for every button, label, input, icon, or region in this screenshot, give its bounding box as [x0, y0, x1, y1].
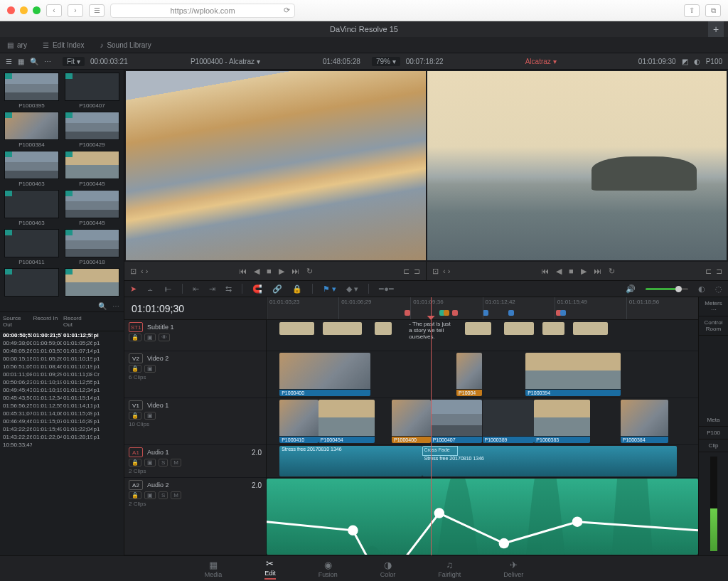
- snap-icon[interactable]: 🧲: [252, 284, 262, 294]
- video-clip[interactable]: P1000384: [621, 400, 668, 443]
- replace-icon[interactable]: ⇆: [225, 284, 232, 294]
- in-out-icon[interactable]: ‹ ›: [141, 267, 148, 275]
- bypass-icon[interactable]: ◩: [682, 58, 688, 65]
- edit-index-row[interactable]: 01:43:22;2601:01:15;4901:01:22;04p1: [0, 425, 124, 433]
- media-thumb[interactable]: P1000429: [65, 112, 119, 148]
- media-thumb[interactable]: P1000445: [65, 151, 119, 187]
- record-viewer[interactable]: [427, 71, 727, 260]
- list-view-icon[interactable]: ☰: [6, 58, 12, 65]
- crossfade-label[interactable]: Cross Fade: [422, 446, 458, 456]
- timeline-timecode[interactable]: 01:01:09;30: [124, 297, 266, 320]
- timeline-body[interactable]: 01:01:03;2301:01:06;2901:01:09;3601:01:1…: [267, 297, 698, 555]
- loop-icon[interactable]: ↻: [306, 267, 313, 276]
- track-header-st1[interactable]: ST1Subtitle 1 🔒▣👁: [124, 320, 266, 351]
- nav-deliver[interactable]: ✈Deliver: [496, 558, 530, 580]
- nav-edit[interactable]: ✂Edit: [257, 557, 283, 581]
- mark-in-icon[interactable]: ⊏: [705, 267, 712, 276]
- audio-clip[interactable]: Stress free 20170810 1346: [279, 446, 422, 476]
- trim-tool-icon[interactable]: ⫠: [146, 284, 154, 293]
- back-button[interactable]: ‹: [46, 4, 62, 17]
- track-st1[interactable]: - The past is just a story we tell ourse…: [267, 320, 698, 351]
- nav-media[interactable]: ▦Media: [198, 558, 230, 580]
- media-thumb[interactable]: P1000445: [65, 190, 119, 226]
- match-frame-icon[interactable]: ⊡: [130, 267, 136, 276]
- track-v2[interactable]: P1000400P10004P1000394: [267, 351, 698, 398]
- media-thumb[interactable]: P1000463: [4, 190, 59, 226]
- track-header-a2[interactable]: A2Audio 22.0 🔒▣SM 2 Clips: [124, 478, 266, 555]
- media-thumb[interactable]: P1000407: [65, 73, 119, 109]
- edit-index-row[interactable]: 01:56:56;2501:01:12;5501:01:14;11p1: [0, 402, 124, 410]
- first-frame-icon[interactable]: ⏮: [239, 267, 247, 275]
- subtitle-clip[interactable]: [375, 322, 392, 335]
- video-clip[interactable]: P1000407: [431, 400, 483, 443]
- video-clip[interactable]: P1000383: [534, 400, 590, 443]
- overwrite-icon[interactable]: ⇥: [209, 284, 215, 294]
- mute-icon[interactable]: ◌: [715, 284, 722, 294]
- play-icon[interactable]: ▶: [581, 267, 587, 276]
- media-thumb[interactable]: P1000411: [4, 229, 59, 265]
- loop-icon[interactable]: ◐: [694, 58, 700, 65]
- zoom-slider-icon[interactable]: ━●━: [379, 284, 394, 294]
- play-icon[interactable]: ▶: [279, 267, 284, 276]
- volume-slider[interactable]: [646, 288, 688, 290]
- video-clip[interactable]: P1000389: [483, 400, 535, 443]
- edit-index-row[interactable]: 00:00:50;5301:00:21;5701:01:12;55pl: [0, 331, 124, 339]
- playhead[interactable]: [431, 297, 432, 555]
- nav-fusion[interactable]: ◉Fusion: [311, 558, 345, 580]
- add-page-button[interactable]: +: [708, 21, 724, 37]
- sidebar-button[interactable]: ☰: [89, 4, 105, 17]
- flag-dropdown[interactable]: ⚑ ▾: [323, 284, 336, 294]
- minimize-window-icon[interactable]: [20, 6, 28, 14]
- close-window-icon[interactable]: [7, 6, 15, 14]
- edit-index-toggle[interactable]: ☰ Edit Index: [43, 41, 84, 49]
- source-viewer[interactable]: [126, 71, 426, 260]
- search-icon[interactable]: 🔍: [98, 302, 107, 310]
- mark-out-icon[interactable]: ⊐: [414, 267, 420, 276]
- search-icon[interactable]: 🔍: [30, 58, 38, 65]
- edit-index-row[interactable]: 00:48:05;2601:01:03;5301:01:07;14p1: [0, 347, 124, 355]
- share-button[interactable]: ⇪: [684, 4, 700, 17]
- edit-index-row[interactable]: 10:50:33;47: [0, 441, 124, 449]
- subtitle-clip[interactable]: [323, 322, 362, 335]
- enable-icon[interactable]: ▣: [144, 334, 156, 341]
- media-thumb[interactable]: P1000418: [65, 229, 119, 265]
- eye-icon[interactable]: 👁: [159, 334, 170, 341]
- in-out-icon[interactable]: ‹ ›: [443, 267, 450, 275]
- subtitle-clip[interactable]: [573, 322, 608, 335]
- edit-index-row[interactable]: 00:01:11;0801:01:09;2901:01:11;08Cr: [0, 371, 124, 378]
- audio-clip[interactable]: Stress free 20170810 1346 Cross Fade: [422, 446, 677, 476]
- track-header-a1[interactable]: A1Audio 12.0 🔒▣SM 2 Clips: [124, 445, 266, 478]
- media-thumb[interactable]: P1000384: [4, 112, 59, 148]
- lock-icon[interactable]: 🔒: [292, 284, 302, 294]
- video-clip[interactable]: P1000400: [392, 400, 431, 443]
- zoom-fit-dropdown[interactable]: Fit ▾: [63, 57, 85, 66]
- timeline-ruler[interactable]: 01:01:03;2301:01:06;2901:01:09;3601:01:1…: [267, 297, 698, 320]
- track-a1[interactable]: Stress free 20170810 1346 Stress free 20…: [267, 445, 698, 478]
- audio-clip[interactable]: [267, 479, 698, 555]
- link-icon[interactable]: 🔗: [272, 284, 282, 294]
- video-clip[interactable]: P1000454: [318, 400, 375, 443]
- match-frame-icon[interactable]: ⊡: [432, 267, 439, 276]
- track-header-v2[interactable]: V2Video 2 🔒▣ 6 Clips: [124, 351, 266, 398]
- mark-in-icon[interactable]: ⊏: [403, 267, 410, 276]
- subtitle-clip[interactable]: [465, 322, 491, 335]
- media-thumb[interactable]: P1000463: [4, 151, 59, 187]
- subtitle-clip[interactable]: [542, 322, 564, 335]
- marker-dropdown[interactable]: ◆ ▾: [346, 284, 358, 294]
- edit-index-row[interactable]: 00:49:45;4301:01:10;1901:01:12;34p1: [0, 386, 124, 394]
- track-header-v1[interactable]: V1Video 1 🔒▣ 10 Clips: [124, 398, 266, 445]
- video-clip[interactable]: P1000400: [279, 353, 370, 396]
- options-icon[interactable]: ⋯: [112, 302, 119, 310]
- media-thumb[interactable]: [65, 268, 119, 298]
- play-reverse-icon[interactable]: ◀: [556, 267, 562, 276]
- video-clip[interactable]: P1000394: [525, 353, 621, 396]
- media-thumb[interactable]: P1000395: [4, 73, 59, 109]
- nav-fairlight[interactable]: ♫Fairlight: [431, 558, 468, 580]
- dim-icon[interactable]: ◐: [698, 284, 705, 294]
- blade-tool-icon[interactable]: ⫦: [164, 284, 172, 293]
- edit-index-row[interactable]: 00:00:15;1801:01:05;2601:01:10;19p1: [0, 355, 124, 363]
- edit-index-row[interactable]: 16:56:51;0501:01:08;4601:01:10;19p1: [0, 363, 124, 371]
- edit-index-row[interactable]: 00:50:06;2301:01:10;1901:01:12;55p1: [0, 378, 124, 386]
- reload-icon[interactable]: ⟳: [284, 6, 290, 15]
- options-icon[interactable]: ⋯: [44, 58, 51, 65]
